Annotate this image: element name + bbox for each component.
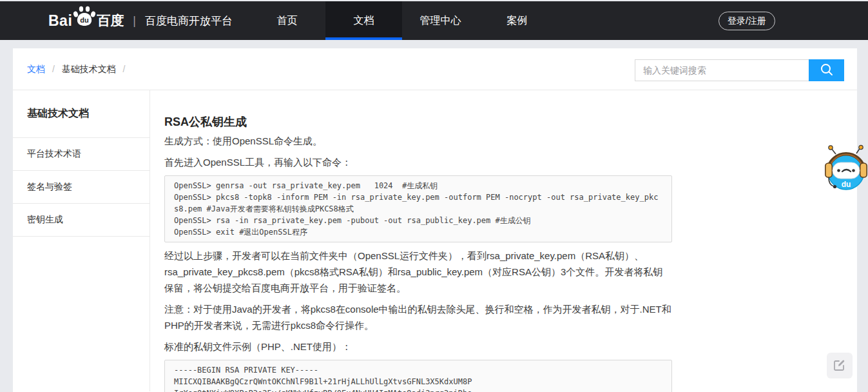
doc-paragraph-generation-method: 生成方式：使用OpenSSL命令生成。 <box>164 133 672 149</box>
search-input[interactable] <box>635 59 809 81</box>
search-button[interactable] <box>809 59 844 81</box>
svg-text:du: du <box>81 16 89 24</box>
doc-main: RSA公私钥生成 生成方式：使用OpenSSL命令生成。 首先进入OpenSSL… <box>150 90 857 391</box>
doc-paragraph-openssl-intro: 首先进入OpenSSL工具，再输入以下命令： <box>164 154 672 170</box>
content-card: 文档 / 基础技术文档 / 基础技术文档 平台技术术语 签名与验签 密钥生成 <box>13 48 857 392</box>
logo-text-cn: 百度 <box>97 12 124 30</box>
breadcrumb-basic-docs-link[interactable]: 基础技术文档 <box>62 64 116 74</box>
breadcrumb-separator: / <box>123 64 126 74</box>
nav-tab-cases[interactable]: 案例 <box>479 1 555 40</box>
breadcrumb-separator: / <box>52 64 55 74</box>
breadcrumb: 文档 / 基础技术文档 / <box>27 64 130 75</box>
edit-pencil-icon <box>833 358 846 373</box>
card-header: 文档 / 基础技术文档 / <box>13 48 857 90</box>
code-block-private-key-example: -----BEGIN RSA PRIVATE KEY----- MIICXQIB… <box>164 360 672 392</box>
nav-tab-console[interactable]: 管理中心 <box>402 1 479 40</box>
doc-paragraph-note-java: 注意：对于使用Java的开发者，将pkcs8在console中输出的私钥去除头尾… <box>164 301 672 333</box>
page-title: RSA公私钥生成 <box>164 116 672 128</box>
card-body: 基础技术文档 平台技术术语 签名与验签 密钥生成 RSA公私钥生成 生成方式：使… <box>13 90 857 391</box>
main-nav: 首页 文档 管理中心 案例 <box>249 1 555 40</box>
baidu-logo[interactable]: Bai du 百度 | 百度电商开放平台 <box>48 1 233 40</box>
code-block-openssl-commands: OpenSSL> genrsa -out rsa_private_key.pem… <box>164 175 672 242</box>
logo-divider: | <box>133 14 136 28</box>
doc-paragraph-steps-result: 经过以上步骤，开发者可以在当前文件夹中（OpenSSL运行文件夹），看到rsa_… <box>164 248 672 296</box>
logo-text-bai: Bai <box>48 12 72 30</box>
doc-paragraph-example-intro: 标准的私钥文件示例（PHP、.NET使用）： <box>164 338 672 355</box>
sidebar-item-key-generation[interactable]: 密钥生成 <box>13 204 149 237</box>
login-register-button[interactable]: 登录/注册 <box>719 12 775 30</box>
sidebar-title: 基础技术文档 <box>13 90 149 138</box>
nav-tab-docs[interactable]: 文档 <box>325 1 402 40</box>
sidebar-item-sign-verify[interactable]: 签名与验签 <box>13 171 149 204</box>
search-box <box>635 59 844 81</box>
nav-tab-home[interactable]: 首页 <box>249 1 325 40</box>
docs-sidebar: 基础技术文档 平台技术术语 签名与验签 密钥生成 <box>13 90 150 391</box>
du-robot-chat-mascot[interactable]: du <box>825 144 867 195</box>
feedback-edit-button[interactable] <box>827 353 853 378</box>
sidebar-item-platform-terms[interactable]: 平台技术术语 <box>13 138 149 171</box>
top-navbar: Bai du 百度 | 百度电商开放平台 首页 文档 管理中心 案例 登录/注册 <box>0 1 868 40</box>
baidu-paw-icon: du <box>73 6 96 29</box>
mascot-du-label: du <box>842 180 851 189</box>
search-icon <box>820 63 834 79</box>
breadcrumb-docs-link[interactable]: 文档 <box>27 64 45 74</box>
site-name: 百度电商开放平台 <box>145 14 233 28</box>
